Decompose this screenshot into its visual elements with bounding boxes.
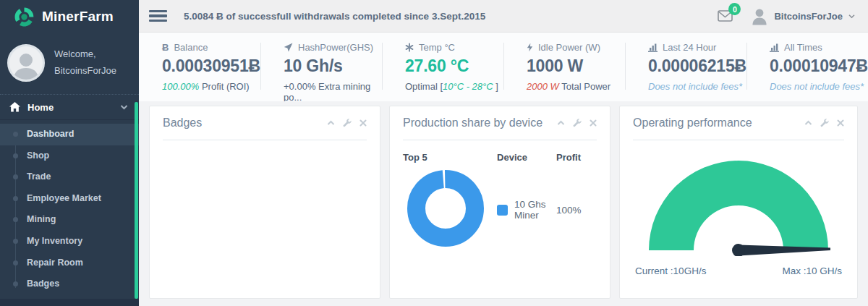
sidebar-item-my-inventory[interactable]: My Inventory	[0, 231, 139, 252]
stat-value: 0.00006215Ƀ	[648, 56, 746, 76]
column-profit: Profit	[556, 152, 597, 163]
stat-value: 1000 W	[527, 56, 625, 76]
topbar: 5.0084 Ƀ of successfull withdrawals comp…	[139, 0, 868, 33]
chevron-down-icon	[848, 14, 855, 19]
stat-value: 0.00010947Ƀ	[770, 56, 868, 76]
bitcoin-icon: Ƀ	[162, 42, 169, 53]
dashboard-content: Badges Production share by device Top	[139, 101, 868, 306]
legend-value: 100%	[556, 205, 597, 216]
donut-chart	[403, 170, 497, 250]
settings-wrench-icon[interactable]	[343, 119, 352, 127]
stat-idle-power: Idle Power (W) 1000 W 2000 W Total Power	[503, 33, 625, 101]
close-icon[interactable]	[837, 119, 844, 127]
bar-chart-icon	[770, 43, 779, 52]
column-top5: Top 5	[403, 152, 497, 163]
production-share-panel: Production share by device Top 5 Device …	[389, 106, 610, 299]
stat-label: Idle Power (W)	[538, 42, 600, 53]
withdrawals-ticker: 5.0084 Ƀ of successfull withdrawals comp…	[184, 11, 485, 22]
stat-temp: Temp °C 27.60 °C Optimal [10°C - 28°C ]	[382, 33, 503, 101]
bar-chart-icon	[648, 43, 658, 52]
person-silhouette-icon	[12, 49, 41, 80]
sidebar-item-badges[interactable]: Badges	[0, 273, 139, 295]
close-icon[interactable]	[590, 119, 597, 127]
sidebar-footer	[0, 299, 139, 306]
welcome-text: Welcome,	[54, 46, 116, 63]
stat-value: 10 Gh/s	[284, 56, 382, 76]
sidebar-submenu: Dashboard Shop Trade Employee Market Min…	[0, 120, 139, 299]
panel-title: Operating performance	[633, 116, 752, 129]
stat-label: Balance	[174, 42, 208, 53]
stats-band: ɃBalance 0.00030951Ƀ 100.00% Profit (ROI…	[139, 33, 868, 101]
stat-sub: +0.00% Extra mining po...	[284, 81, 382, 103]
stat-label: Last 24 Hour	[663, 42, 716, 53]
gauge-chart	[633, 155, 844, 256]
send-icon	[284, 43, 293, 52]
legend-swatch	[497, 205, 508, 216]
legend-label: 10 Ghs Miner	[514, 199, 556, 221]
close-icon[interactable]	[359, 119, 367, 127]
panel-title: Badges	[163, 116, 202, 129]
stat-sub: Optimal [10°C - 28°C ]	[405, 81, 503, 92]
stat-sub: Does not include fees*	[648, 81, 746, 92]
stat-sub: 2000 W Total Power	[527, 81, 625, 92]
collapse-icon[interactable]	[557, 120, 565, 126]
donut-ring	[417, 179, 475, 238]
user-avatar	[7, 44, 45, 82]
topbar-username: BitcoinsForJoe	[774, 11, 843, 22]
stat-sub: Does not include fees*	[770, 81, 868, 92]
stat-label: HashPower(GHS)	[298, 42, 373, 53]
stat-hashpower: HashPower(GHS) 10 Gh/s +0.00% Extra mini…	[260, 33, 382, 101]
sidebar-scrollbar[interactable]	[135, 102, 138, 299]
operating-performance-panel: Operating performance Current :10GH/	[619, 106, 858, 299]
column-device: Device	[497, 152, 556, 163]
hamburger-menu-icon[interactable]	[149, 7, 167, 24]
sidebar-item-home[interactable]: Home	[0, 95, 139, 120]
home-icon	[9, 102, 20, 112]
gauge-current-label: Current :10GH/s	[635, 265, 706, 276]
gauge-arc	[649, 161, 828, 250]
settings-wrench-icon[interactable]	[573, 119, 582, 127]
collapse-icon[interactable]	[804, 120, 812, 126]
sidebar-item-employee-market[interactable]: Employee Market	[0, 188, 139, 210]
minerfarm-logo-icon	[14, 7, 35, 27]
stat-balance: ɃBalance 0.00030951Ƀ 100.00% Profit (ROI…	[139, 33, 260, 101]
main-area: 5.0084 Ƀ of successfull withdrawals comp…	[139, 0, 868, 306]
sidebar-item-repair-room[interactable]: Repair Room	[0, 252, 139, 274]
mail-badge: 0	[728, 3, 741, 15]
bolt-icon	[527, 43, 533, 52]
asterisk-icon	[405, 43, 414, 52]
gauge-max-label: Max :10 GH/s	[782, 265, 842, 276]
sidebar-item-trade[interactable]: Trade	[0, 166, 139, 188]
sidebar-home-label: Home	[27, 102, 54, 113]
sidebar-item-shop[interactable]: Shop	[0, 145, 139, 167]
stat-label: Temp °C	[419, 42, 455, 53]
brand[interactable]: MinerFarm	[0, 0, 139, 33]
topbar-user-menu[interactable]: BitcoinsForJoe	[751, 7, 855, 25]
stat-value: 0.00030951Ƀ	[162, 56, 260, 76]
stat-sub: 100.00% Profit (ROI)	[162, 81, 260, 92]
collapse-icon[interactable]	[327, 120, 335, 126]
stat-label: All Times	[784, 42, 822, 53]
settings-wrench-icon[interactable]	[820, 119, 829, 127]
sidebar-item-dashboard[interactable]: Dashboard	[0, 124, 139, 145]
sidebar-username: BitcoinsForJoe	[54, 63, 116, 80]
panel-title: Production share by device	[403, 116, 542, 129]
user-icon	[751, 7, 768, 25]
stat-last-24-hour: Last 24 Hour 0.00006215Ƀ Does not includ…	[625, 33, 746, 101]
badges-panel: Badges	[149, 106, 380, 299]
sidebar-user-block: Welcome, BitcoinsForJoe	[0, 33, 139, 95]
sidebar-item-mining[interactable]: Mining	[0, 209, 139, 231]
stat-all-times: All Times 0.00010947Ƀ Does not include f…	[746, 33, 868, 101]
legend-item[interactable]: 10 Ghs Miner 100%	[497, 199, 597, 221]
stat-value: 27.60 °C	[405, 56, 503, 76]
chevron-down-icon	[120, 104, 128, 110]
brand-name: MinerFarm	[42, 9, 114, 25]
production-columns: Top 5 Device Profit	[403, 152, 597, 163]
mail-button[interactable]: 0	[718, 10, 733, 22]
sidebar: MinerFarm Welcome, BitcoinsForJoe Home D…	[0, 0, 139, 306]
